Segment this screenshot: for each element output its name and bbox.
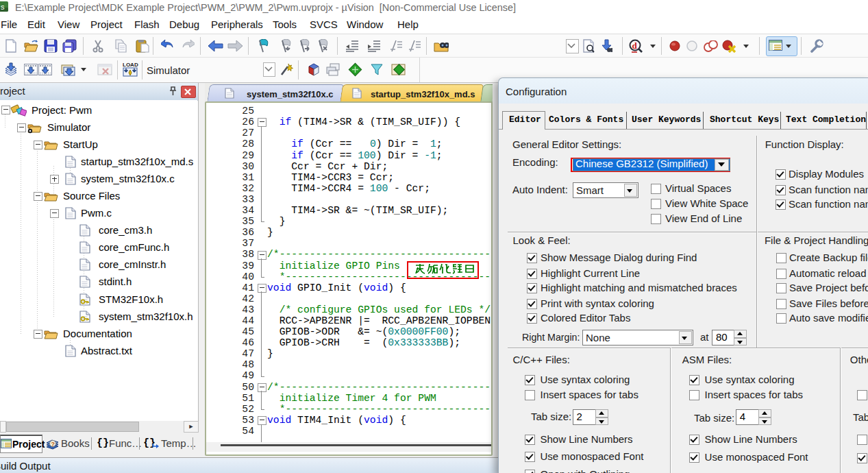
- svg-text:LOAD: LOAD: [123, 62, 138, 68]
- svg-text:s: s: [1, 3, 5, 11]
- svg-text:d: d: [632, 40, 638, 51]
- svg-text:?: ?: [51, 441, 55, 448]
